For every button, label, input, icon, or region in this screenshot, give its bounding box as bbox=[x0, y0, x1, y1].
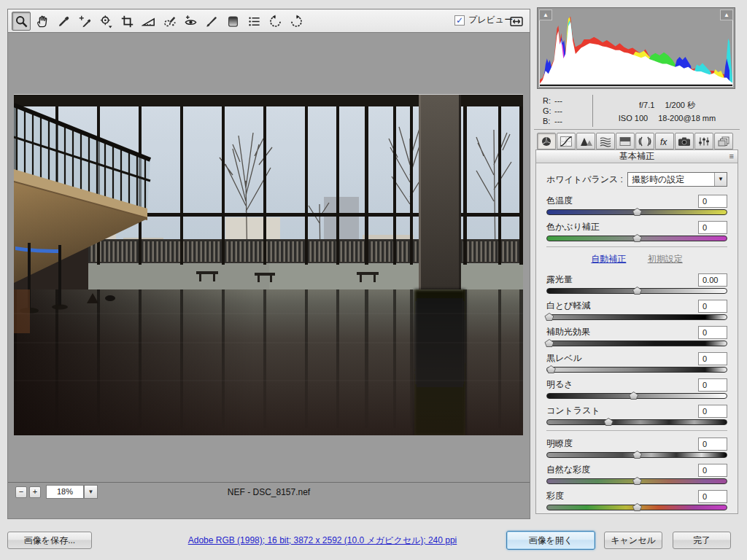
tint-input[interactable]: 0 bbox=[698, 221, 727, 234]
histogram-plot bbox=[539, 9, 733, 87]
vibrance-slider[interactable] bbox=[546, 478, 727, 484]
exposure-label: 露光量 bbox=[546, 273, 573, 286]
rotate-right-button-icon[interactable] bbox=[287, 12, 306, 31]
preview-area: ✓ プレビュー bbox=[7, 9, 530, 519]
color-sampler-tool-icon[interactable] bbox=[75, 12, 94, 31]
temperature-slider-thumb[interactable] bbox=[632, 208, 642, 216]
effects-tab[interactable]: fx bbox=[655, 133, 674, 149]
brightness-input[interactable]: 0 bbox=[698, 378, 727, 392]
slider-row-brightness: 明るさ0 bbox=[546, 378, 727, 399]
hsl-grayscale-tab[interactable] bbox=[596, 133, 615, 149]
snapshots-tab[interactable] bbox=[714, 133, 733, 149]
presets-tab[interactable] bbox=[694, 133, 713, 149]
divider bbox=[546, 430, 727, 431]
saturation-slider[interactable] bbox=[546, 505, 727, 510]
crop-tool-icon[interactable] bbox=[117, 12, 136, 31]
auto-adjust-link[interactable]: 自動補正 bbox=[591, 254, 626, 264]
targeted-adjustment-tool-icon[interactable] bbox=[96, 12, 115, 31]
photo-art bbox=[14, 95, 523, 435]
filllight-input[interactable]: 0 bbox=[698, 326, 727, 339]
saturation-slider-thumb[interactable] bbox=[632, 503, 642, 511]
recovery-slider-thumb[interactable] bbox=[544, 313, 554, 321]
spot-removal-tool-icon[interactable] bbox=[160, 12, 179, 31]
preferences-button-icon[interactable] bbox=[244, 12, 263, 31]
b-label: B: bbox=[543, 116, 554, 126]
clarity-slider-thumb[interactable] bbox=[632, 451, 642, 459]
image-preview[interactable] bbox=[14, 94, 523, 435]
white-balance-tool-icon[interactable] bbox=[54, 12, 73, 31]
clarity-input[interactable]: 0 bbox=[698, 438, 727, 451]
preview-toggle[interactable]: ✓ プレビュー bbox=[454, 14, 513, 26]
blacks-slider-thumb[interactable] bbox=[546, 365, 556, 373]
exif-readout: f/7.11/200 秒 ISO 10018-200@18 mm bbox=[600, 98, 735, 125]
save-image-button[interactable]: 画像を保存... bbox=[7, 532, 92, 549]
filllight-slider-thumb[interactable] bbox=[544, 339, 554, 347]
split-toning-tab[interactable] bbox=[616, 133, 635, 149]
zoom-tool-icon[interactable] bbox=[12, 12, 31, 31]
white-balance-select[interactable]: 撮影時の設定 ▼ bbox=[627, 172, 727, 187]
tone-curve-tab[interactable] bbox=[557, 133, 576, 149]
contrast-slider[interactable] bbox=[546, 419, 727, 425]
recovery-input[interactable]: 0 bbox=[698, 300, 727, 313]
brightness-slider-thumb[interactable] bbox=[629, 392, 638, 400]
graduated-filter-tool-icon[interactable] bbox=[223, 12, 242, 31]
tint-label: 色かぶり補正 bbox=[546, 221, 600, 233]
brightness-slider[interactable] bbox=[546, 393, 727, 399]
done-button[interactable]: 完了 bbox=[673, 532, 731, 549]
toolbar-tools bbox=[12, 12, 306, 31]
exposure-slider[interactable] bbox=[546, 288, 727, 294]
camera-calibration-tab[interactable] bbox=[675, 133, 694, 149]
cancel-button[interactable]: キャンセル bbox=[604, 532, 662, 549]
rotate-left-button-icon[interactable] bbox=[266, 12, 285, 31]
toggle-fullscreen-icon[interactable] bbox=[507, 12, 526, 30]
default-settings-link[interactable]: 初期設定 bbox=[648, 254, 683, 264]
filllight-slider[interactable] bbox=[546, 341, 727, 346]
exposure-slider-thumb[interactable] bbox=[632, 287, 642, 295]
lens-corrections-tab[interactable] bbox=[635, 133, 654, 149]
red-eye-removal-tool-icon[interactable] bbox=[181, 12, 200, 31]
contrast-slider-thumb[interactable] bbox=[604, 418, 614, 426]
exposure-input[interactable]: 0.00 bbox=[698, 273, 727, 287]
straighten-tool-icon[interactable] bbox=[139, 12, 158, 31]
iso-value: ISO 100 bbox=[619, 114, 648, 122]
blacks-slider[interactable] bbox=[546, 367, 727, 373]
vibrance-input[interactable]: 0 bbox=[698, 464, 727, 477]
temperature-input[interactable]: 0 bbox=[698, 195, 727, 208]
svg-text:fx: fx bbox=[660, 136, 667, 147]
recovery-slider[interactable] bbox=[546, 314, 727, 320]
slider-row-contrast: コントラスト0 bbox=[546, 404, 727, 425]
saturation-input[interactable]: 0 bbox=[698, 490, 727, 503]
panel-header: 基本補正 ≡ bbox=[536, 150, 738, 163]
shutter-value: 1/200 秒 bbox=[665, 101, 695, 109]
slider-row-clarity: 明瞭度0 bbox=[546, 437, 727, 458]
tint-slider-thumb[interactable] bbox=[632, 234, 642, 242]
aperture-value: f/7.1 bbox=[639, 101, 654, 109]
lens-value: 18-200@18 mm bbox=[658, 114, 716, 122]
temperature-slider[interactable] bbox=[546, 209, 727, 215]
saturation-label: 彩度 bbox=[546, 490, 564, 502]
shadow-clipping-button[interactable]: ▲ bbox=[539, 9, 552, 20]
slider-row-blacks: 黒レベル0 bbox=[546, 351, 727, 373]
open-image-button[interactable]: 画像を開く bbox=[506, 531, 595, 550]
detail-tab[interactable] bbox=[576, 133, 595, 149]
toolbar: ✓ プレビュー bbox=[8, 9, 530, 33]
adjustment-brush-tool-icon[interactable] bbox=[202, 12, 221, 31]
vibrance-label: 自然な彩度 bbox=[546, 464, 590, 476]
clarity-slider[interactable] bbox=[546, 452, 727, 458]
contrast-input[interactable]: 0 bbox=[698, 405, 727, 418]
brightness-label: 明るさ bbox=[546, 378, 573, 391]
tint-slider[interactable] bbox=[546, 236, 727, 241]
rgb-readout: R:--- G:--- B:--- bbox=[543, 96, 562, 126]
slider-row-tint: 色かぶり補正0 bbox=[546, 220, 727, 241]
hand-tool-icon[interactable] bbox=[33, 12, 52, 31]
vibrance-slider-thumb[interactable] bbox=[632, 477, 642, 485]
panel-tabs: fx bbox=[537, 133, 733, 149]
preview-checkbox[interactable]: ✓ bbox=[454, 15, 465, 26]
r-value: --- bbox=[554, 96, 562, 105]
image-canvas[interactable]: − + 18% ▼ NEF - DSC_8157.nef bbox=[8, 33, 530, 501]
panel-menu-icon[interactable]: ≡ bbox=[729, 150, 734, 163]
highlight-clipping-button[interactable]: ▲ bbox=[720, 9, 733, 20]
basic-tab[interactable] bbox=[537, 133, 556, 149]
blacks-input[interactable]: 0 bbox=[698, 352, 727, 365]
workflow-options-link[interactable]: Adobe RGB (1998); 16 bit; 3872 x 2592 (1… bbox=[169, 534, 476, 547]
